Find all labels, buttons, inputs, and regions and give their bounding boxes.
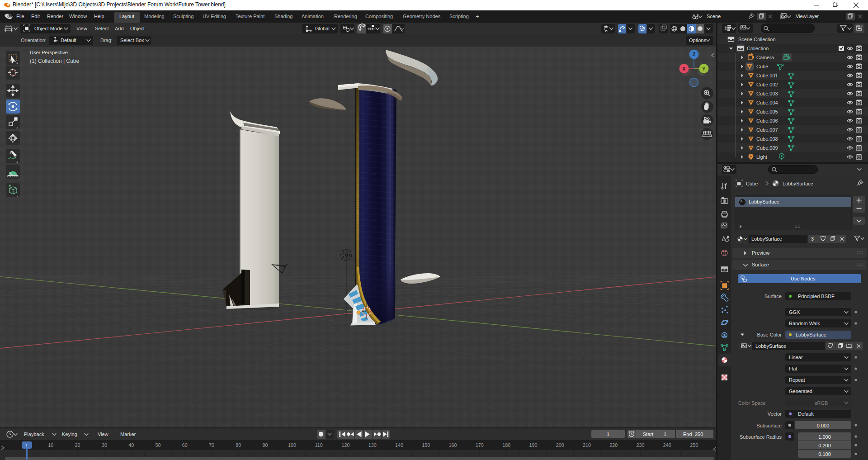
svg-text:Y: Y (702, 66, 706, 71)
svg-text:X: X (682, 66, 686, 71)
svg-text:Z: Z (693, 52, 696, 57)
